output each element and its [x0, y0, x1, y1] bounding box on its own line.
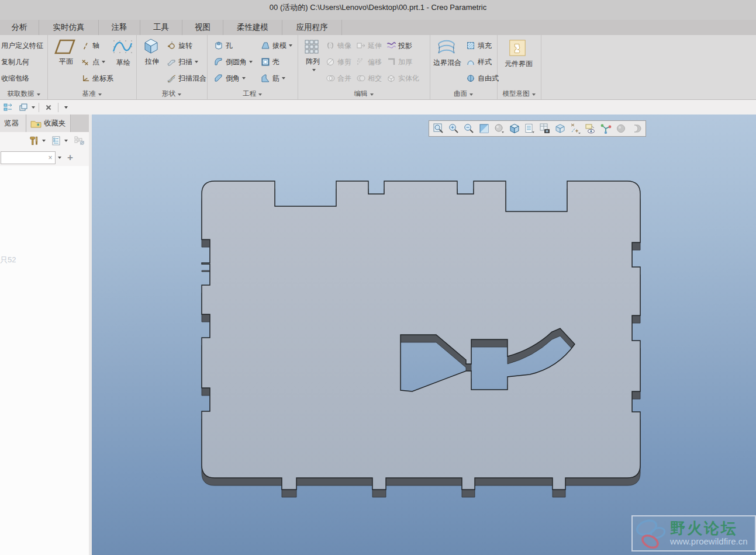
- window-arrange-button[interactable]: [18, 102, 29, 113]
- hole-button[interactable]: 孔: [214, 38, 233, 53]
- ribbon: 用户定义特征 复制几何 收缩包络 获取数据 平面 轴 点 坐标系: [0, 35, 756, 100]
- fill-icon: [466, 41, 475, 50]
- tree-tools-button[interactable]: [28, 135, 40, 147]
- shell-button[interactable]: 壳: [261, 54, 279, 70]
- tab-flexible-modeling[interactable]: 柔性建模: [223, 20, 282, 35]
- extrude-button[interactable]: 拉伸: [140, 37, 164, 67]
- group-label-text: 获取数据: [8, 90, 34, 97]
- draft-label: 拔模: [272, 41, 286, 51]
- merge-label: 合并: [337, 74, 351, 84]
- tree-filter-row: × +: [0, 150, 89, 166]
- pattern-button[interactable]: 阵列: [302, 39, 323, 71]
- repaint-button[interactable]: [478, 123, 490, 134]
- tab-live-sim[interactable]: 实时仿真: [39, 20, 99, 35]
- fill-label: 填充: [478, 41, 492, 51]
- chevron-down-icon: [258, 93, 262, 96]
- display-style-button[interactable]: [493, 123, 505, 134]
- graphics-viewport[interactable]: 野火论坛 www.proewildfire.cn: [92, 115, 756, 555]
- copy-geometry-button[interactable]: 复制几何: [1, 54, 29, 70]
- close-button[interactable]: [43, 102, 54, 113]
- saved-orientations-button[interactable]: [509, 123, 520, 134]
- chamfer-button[interactable]: 倒角: [214, 71, 246, 86]
- revolve-icon: [167, 41, 176, 50]
- chevron-down-icon: [98, 93, 102, 96]
- tab-browser[interactable]: 览器: [0, 115, 26, 132]
- chevron-down-icon[interactable]: [64, 140, 68, 142]
- model-3d-plate[interactable]: [92, 115, 756, 555]
- shrinkwrap-button[interactable]: 收缩包络: [1, 71, 29, 86]
- swept-blend-icon: [167, 74, 176, 83]
- group-editing: 阵列 镜像 修剪 合并 延伸 偏移: [298, 35, 430, 99]
- group-label-text: 工程: [243, 90, 256, 97]
- group-label-text: 模型意图: [503, 90, 530, 97]
- zoom-out-button[interactable]: [463, 123, 475, 134]
- freestyle-button[interactable]: 自由式: [466, 71, 499, 86]
- refit-button[interactable]: [433, 123, 444, 134]
- swept-blend-label: 扫描混合: [178, 74, 206, 84]
- toolbar-overflow-chevron-icon[interactable]: [64, 106, 68, 109]
- group-label-model-intent[interactable]: 模型意图: [497, 89, 541, 98]
- point-button[interactable]: 点: [81, 54, 105, 70]
- project-button[interactable]: 投影: [386, 38, 412, 53]
- round-button[interactable]: 倒圆角: [214, 54, 253, 70]
- group-label-get-data[interactable]: 获取数据: [0, 89, 47, 98]
- rib-button[interactable]: 筋: [261, 71, 285, 86]
- chevron-down-icon: [102, 61, 105, 63]
- fill-button[interactable]: 填充: [466, 38, 492, 53]
- tree-settings-button[interactable]: [50, 135, 62, 147]
- tab-annotate[interactable]: 注释: [99, 20, 140, 35]
- capture-button[interactable]: [539, 123, 551, 134]
- plane-label: 平面: [59, 57, 73, 67]
- clear-filter-icon[interactable]: ×: [46, 154, 54, 162]
- model-tree-body[interactable]: 只52: [0, 166, 89, 555]
- axis-icon: [81, 41, 90, 50]
- shrinkwrap-label: 收缩包络: [1, 74, 29, 84]
- annotation-visibility-button[interactable]: [585, 123, 596, 134]
- group-label-shapes[interactable]: 形状: [136, 89, 207, 98]
- chevron-down-icon[interactable]: [58, 157, 61, 159]
- datum-display-filters-button[interactable]: [569, 123, 581, 134]
- regenerate-button[interactable]: [2, 102, 14, 113]
- round-icon: [214, 57, 223, 67]
- tab-label: 视图: [195, 23, 210, 32]
- zoom-in-button[interactable]: [448, 123, 460, 134]
- style-button[interactable]: 样式: [466, 54, 492, 70]
- group-engineering: 孔 倒圆角 倒角 拔模 壳 筋 工程: [207, 35, 298, 99]
- tab-tools[interactable]: 工具: [140, 20, 182, 35]
- annotation-display-button[interactable]: [554, 123, 566, 134]
- group-label-editing[interactable]: 编辑: [298, 89, 430, 98]
- mirror-label: 镜像: [337, 41, 351, 51]
- spin-center-button[interactable]: [600, 123, 612, 134]
- boundary-blend-button[interactable]: 边界混合: [430, 39, 464, 68]
- chevron-down-icon[interactable]: [42, 140, 46, 142]
- chevron-down-icon[interactable]: [32, 106, 35, 109]
- tab-analysis[interactable]: 分析: [0, 20, 39, 35]
- solidify-button: 实体化: [386, 71, 419, 86]
- chevron-down-icon: [178, 93, 181, 96]
- hole-icon: [214, 41, 223, 50]
- tab-view[interactable]: 视图: [182, 20, 223, 35]
- group-label-engineering[interactable]: 工程: [207, 89, 298, 98]
- group-label-datum[interactable]: 基准: [47, 89, 136, 98]
- offset-label: 偏移: [368, 57, 382, 67]
- axis-button[interactable]: 轴: [81, 38, 99, 53]
- tab-favorites[interactable]: 收藏夹: [26, 115, 71, 132]
- rib-label: 筋: [272, 74, 279, 84]
- sweep-button[interactable]: 扫描: [167, 54, 198, 70]
- tab-browser-label: 览器: [4, 119, 19, 129]
- draft-button[interactable]: 拔模: [261, 38, 292, 53]
- group-label-surfaces[interactable]: 曲面: [430, 89, 497, 98]
- add-filter-button[interactable]: +: [67, 152, 73, 164]
- watermark-title: 野火论坛: [670, 521, 748, 536]
- sketch-button[interactable]: 草绘: [112, 39, 135, 68]
- udf-button[interactable]: 用户定义特征: [1, 38, 43, 53]
- plane-button[interactable]: 平面: [53, 39, 79, 67]
- revolve-button[interactable]: 旋转: [167, 38, 192, 53]
- component-interface-button[interactable]: 元件界面: [499, 39, 538, 69]
- tab-applications[interactable]: 应用程序: [282, 20, 342, 35]
- csys-button[interactable]: 坐标系: [81, 71, 113, 86]
- view-manager-button[interactable]: [524, 123, 536, 134]
- sweep-icon: [167, 57, 176, 67]
- disabled-sphere-button: [615, 123, 627, 134]
- swept-blend-button[interactable]: 扫描混合: [167, 71, 206, 86]
